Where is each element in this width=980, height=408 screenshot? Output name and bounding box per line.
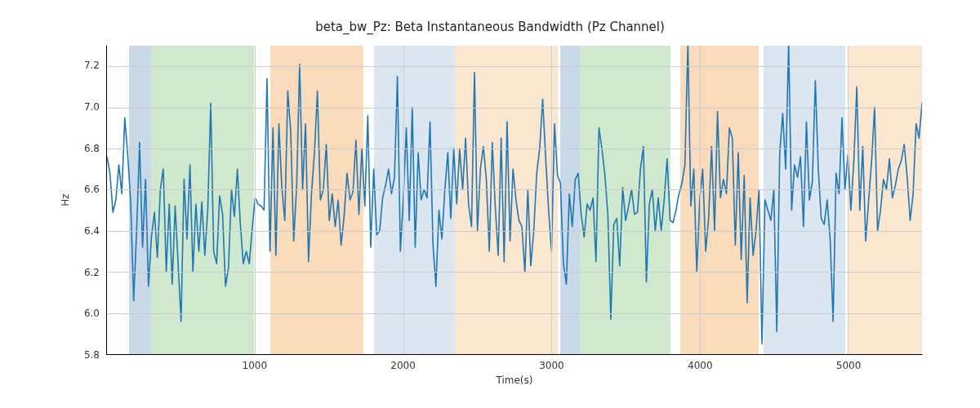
gridline-horizontal <box>107 149 922 149</box>
x-axis-label: Time(s) <box>106 355 923 386</box>
y-tick-label: 5.8 <box>84 349 106 361</box>
gridline-horizontal <box>107 108 922 109</box>
plot-area <box>106 45 923 355</box>
gridline-horizontal <box>107 313 922 314</box>
y-axis-label: Hz <box>60 193 71 206</box>
y-tick-label: 6.2 <box>84 267 106 278</box>
line-layer <box>107 46 922 354</box>
gridline-vertical <box>848 46 849 354</box>
gridline-horizontal <box>107 189 922 190</box>
x-tick-label: 2000 <box>390 355 416 371</box>
gridline-horizontal <box>107 66 922 67</box>
y-tick-label: 7.2 <box>84 60 106 71</box>
y-tick-label: 6.4 <box>84 225 106 237</box>
y-tick-label: 6.0 <box>84 308 106 319</box>
chart-title: beta_bw_Pz: Beta Instantaneous Bandwidth… <box>0 20 980 34</box>
x-tick-label: 1000 <box>243 355 268 371</box>
figure: beta_bw_Pz: Beta Instantaneous Bandwidth… <box>0 0 980 408</box>
x-tick-label: 5000 <box>836 355 862 371</box>
x-tick-label: 4000 <box>688 355 713 371</box>
axes: Hz Time(s) 5.86.06.26.46.66.87.07.210002… <box>106 45 923 355</box>
y-tick-label: 7.0 <box>84 101 106 113</box>
gridline-vertical <box>403 46 404 354</box>
gridline-horizontal <box>107 272 922 273</box>
gridline-vertical <box>700 46 701 354</box>
gridline-vertical <box>255 46 256 354</box>
x-tick-label: 3000 <box>539 355 564 371</box>
series-line <box>107 46 922 344</box>
y-tick-label: 6.6 <box>84 184 106 195</box>
gridline-horizontal <box>107 231 922 232</box>
y-tick-label: 6.8 <box>84 143 106 154</box>
gridline-vertical <box>551 46 552 354</box>
